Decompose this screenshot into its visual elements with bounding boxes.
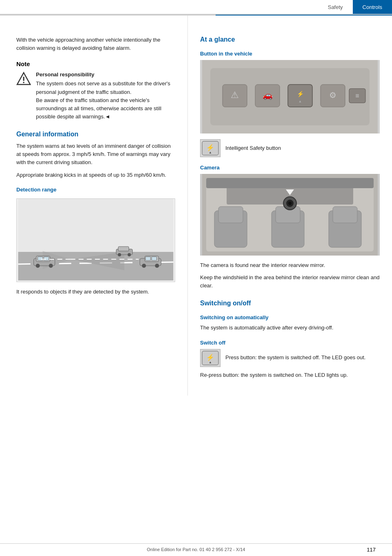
svg-rect-1 (23, 77, 24, 81)
camera-body2: Keep the windshield in the area behind t… (200, 274, 380, 290)
svg-point-16 (118, 253, 121, 256)
svg-rect-12 (38, 257, 43, 260)
general-info-body1: The system warns at two levels of an imm… (16, 142, 175, 167)
svg-text:⚠: ⚠ (231, 90, 239, 100)
svg-text:≡: ≡ (355, 92, 359, 99)
switch-off-title: Switch off (200, 340, 380, 346)
intelligent-safety-label: Intelligent Safety button (225, 144, 281, 152)
svg-rect-15 (118, 247, 129, 251)
svg-text:▲: ▲ (298, 99, 302, 103)
safety-tab-label: Safety (328, 4, 343, 10)
svg-rect-49 (333, 207, 357, 223)
camera-title: Camera (200, 165, 380, 171)
tab-safety[interactable]: Safety (318, 0, 353, 14)
svg-point-2 (23, 82, 24, 83)
tab-controls[interactable]: Controls (353, 0, 392, 14)
svg-rect-45 (218, 207, 243, 223)
svg-point-20 (142, 264, 146, 268)
button-in-vehicle-image: ⚠ 🚗 ⚡ ▲ ⚙ ≡ (200, 60, 380, 133)
main-content: With the vehicle approaching another veh… (0, 16, 392, 396)
svg-text:▲: ▲ (209, 151, 212, 154)
svg-point-53 (288, 202, 292, 205)
camera-image (200, 174, 380, 256)
svg-rect-55 (206, 178, 374, 188)
detection-svg (17, 199, 175, 280)
switching-title: Switching on/off (200, 300, 380, 307)
general-info-title: General information (16, 131, 175, 138)
general-info-body2: Appropriate braking kicks in at speeds o… (16, 171, 175, 179)
header-tabs: Safety Controls (318, 0, 392, 14)
at-a-glance-title: At a glance (200, 36, 380, 43)
note-title: Note (16, 60, 175, 67)
page-footer: Online Edition for Part no. 01 40 2 956 … (0, 543, 392, 552)
note-text: Personal responsibility The system does … (36, 71, 175, 121)
switch-off-button-icon: ⚡ ▲ (200, 349, 220, 367)
svg-text:⚡: ⚡ (297, 91, 304, 98)
page-header: Safety Controls (0, 0, 392, 15)
camera-body1: The camera is found near the interior re… (200, 261, 380, 269)
intelligent-safety-row: ⚡ ▲ Intelligent Safety button (200, 139, 380, 157)
svg-point-10 (36, 264, 40, 268)
left-column: With the vehicle approaching another veh… (0, 16, 188, 396)
detection-range-title: Detection range (16, 187, 175, 193)
svg-text:🚗: 🚗 (263, 90, 273, 100)
note-body-text: The system does not serve as a substitut… (36, 80, 170, 120)
detection-caption: It responds to objects if they are detec… (16, 288, 175, 296)
page-number: 117 (367, 547, 376, 553)
note-personal-resp: Personal responsibility (36, 71, 175, 79)
button-in-vehicle-title: Button in the vehicle (200, 51, 380, 57)
right-column: At a glance Button in the vehicle ⚠ 🚗 ⚡ … (188, 16, 392, 396)
svg-rect-23 (152, 257, 157, 260)
note-section: Note Personal responsibility The system … (16, 60, 175, 121)
intro-text: With the vehicle approaching another veh… (16, 28, 175, 52)
switch-off-body2: Re-press button: the system is switched … (200, 371, 380, 379)
note-content: Personal responsibility The system does … (16, 71, 175, 121)
svg-rect-13 (44, 257, 49, 260)
switching-on-auto-body: The system is automatically active after… (200, 324, 380, 332)
svg-point-21 (155, 264, 159, 268)
detection-range-image (16, 198, 175, 282)
svg-text:⚙: ⚙ (329, 91, 336, 100)
intelligent-safety-icon: ⚡ ▲ (200, 139, 220, 157)
controls-tab-label: Controls (363, 4, 382, 10)
switching-on-auto-title: Switching on automatically (200, 314, 380, 320)
svg-rect-22 (146, 257, 151, 260)
switch-off-body: Press button: the system is switched off… (225, 354, 365, 362)
svg-text:▲: ▲ (209, 360, 212, 364)
footer-text: Online Edition for Part no. 01 40 2 956 … (0, 547, 392, 552)
warning-icon (16, 71, 31, 86)
svg-point-11 (49, 264, 53, 268)
svg-point-17 (128, 253, 131, 256)
switch-off-icon-row: ⚡ ▲ Press button: the system is switched… (200, 349, 380, 367)
